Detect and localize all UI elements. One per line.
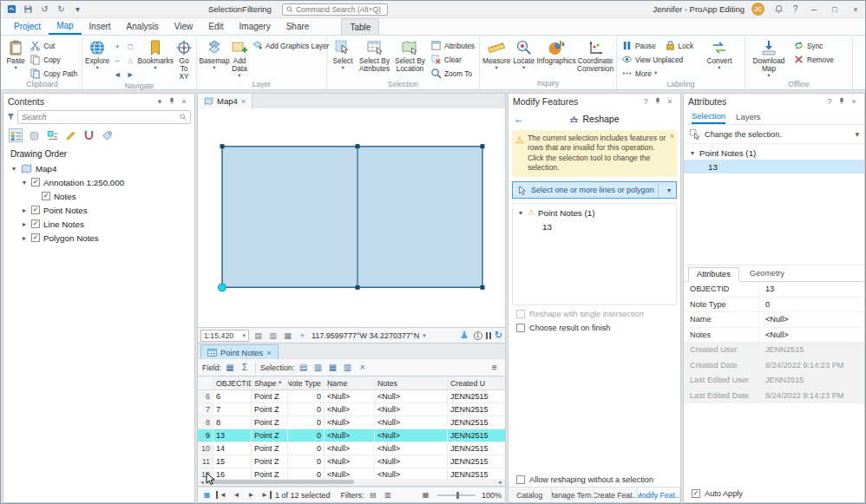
expand-icon[interactable]: ▾ bbox=[21, 179, 28, 187]
expand-icon[interactable]: ▾ bbox=[517, 209, 524, 217]
copy-button[interactable]: Copy bbox=[28, 53, 79, 66]
header-notes[interactable]: Notes bbox=[375, 376, 448, 389]
fixed-zoom-out-icon[interactable]: − bbox=[111, 54, 123, 67]
command-search-input[interactable] bbox=[296, 5, 384, 14]
tab-catalog[interactable]: Catalog bbox=[508, 488, 552, 502]
close-tab-icon[interactable]: × bbox=[241, 96, 246, 106]
command-search[interactable] bbox=[282, 3, 388, 16]
last-record-icon[interactable]: ► bbox=[260, 491, 272, 499]
bookmarks-button[interactable]: Bookmarks ▾ bbox=[138, 38, 173, 72]
tab-view[interactable]: View bbox=[167, 18, 201, 35]
subtab-geometry[interactable]: Geometry bbox=[741, 266, 793, 281]
scrollbar-thumb[interactable] bbox=[207, 480, 354, 484]
basemap-button[interactable]: Basemap ▾ bbox=[200, 38, 229, 72]
select-all-icon[interactable]: ▤ bbox=[298, 363, 310, 372]
table-row[interactable]: 10 14 Point Z 0 <Null> <Null> JENN2515 bbox=[198, 442, 505, 455]
table-row[interactable]: 8 8 Point Z 0 <Null> <Null> JENN2515 bbox=[198, 416, 505, 429]
copy-rows-icon[interactable]: ▥ bbox=[342, 363, 354, 372]
vertex-handle[interactable] bbox=[356, 285, 360, 290]
list-by-source-icon[interactable] bbox=[27, 128, 41, 142]
tab-share[interactable]: Share bbox=[279, 18, 318, 35]
previous-record-icon[interactable]: ◄ bbox=[231, 491, 242, 499]
tab-project[interactable]: Project bbox=[6, 18, 49, 35]
tab-create-features[interactable]: Create Feat... bbox=[594, 488, 638, 502]
pin-icon[interactable] bbox=[836, 97, 848, 106]
list-by-editing-icon[interactable] bbox=[63, 128, 77, 142]
checkbox-unchecked[interactable] bbox=[516, 475, 525, 484]
convert-labels-button[interactable]: Convert ▾ bbox=[705, 38, 734, 72]
layer-checkbox[interactable]: ✓ bbox=[31, 233, 40, 242]
panel-menu-icon[interactable]: ▾ bbox=[154, 97, 166, 106]
signed-in-user[interactable]: Jennifer - ProApp Editing bbox=[653, 4, 745, 14]
header-name[interactable]: Name bbox=[325, 376, 375, 389]
table-view-tab[interactable]: Point Notes × bbox=[200, 344, 279, 359]
select-button[interactable]: Select ▾ bbox=[330, 38, 356, 72]
table-row[interactable]: 12 16 Point Z 0 <Null> <Null> JENN2515 bbox=[198, 468, 505, 479]
contents-search[interactable] bbox=[17, 110, 191, 124]
expand-icon[interactable]: ▸ bbox=[21, 206, 28, 214]
selection-grid-icon[interactable]: ▤ bbox=[253, 331, 264, 340]
auto-apply-option[interactable]: ✓ Auto Apply bbox=[684, 485, 864, 502]
field-row-note-type[interactable]: Note Type 0 bbox=[684, 298, 864, 313]
close-panel-icon[interactable]: × bbox=[848, 97, 860, 106]
table-row[interactable]: 7 7 Point Z 0 <Null> <Null> JENN2515 bbox=[198, 403, 505, 416]
qat-dropdown-icon[interactable]: ▾ bbox=[70, 3, 85, 16]
table-zoom-slider[interactable] bbox=[437, 494, 476, 496]
chevron-down-icon[interactable]: ▾ bbox=[662, 187, 676, 194]
select-by-location-button[interactable]: Select By Location bbox=[393, 38, 427, 74]
field-row-name[interactable]: Name <Null> bbox=[684, 312, 864, 328]
help-icon[interactable]: ? bbox=[788, 3, 803, 16]
tree-item-feature-13-selected[interactable]: 13 bbox=[684, 160, 864, 173]
checkbox-unchecked[interactable] bbox=[516, 324, 525, 332]
clear-selection-button[interactable]: Clear bbox=[429, 53, 476, 66]
coordinate-conversion-button[interactable]: Coordinate Conversion bbox=[577, 38, 613, 74]
tree-item-line-notes[interactable]: ▸ ✓ Line Notes bbox=[3, 217, 194, 231]
tab-imagery[interactable]: Imagery bbox=[232, 18, 279, 35]
thumbnail-view-icon[interactable]: ▦ bbox=[420, 491, 431, 499]
table-horizontal-scrollbar[interactable]: ◄ ► bbox=[197, 479, 506, 487]
map-view-tab[interactable]: Map4 × bbox=[198, 94, 253, 108]
flask-icon[interactable] bbox=[459, 331, 470, 341]
layer-checkbox[interactable]: ✓ bbox=[42, 192, 50, 200]
attributes-button[interactable]: Attributes bbox=[429, 39, 476, 52]
delete-rows-icon[interactable]: × bbox=[357, 363, 369, 372]
save-icon[interactable] bbox=[21, 3, 36, 16]
layer-checkbox[interactable]: ✓ bbox=[31, 178, 40, 187]
avatar[interactable]: JC bbox=[751, 3, 764, 16]
remove-button[interactable]: Remove bbox=[791, 53, 836, 66]
switch-selection-icon[interactable]: ▥ bbox=[312, 363, 325, 372]
tree-item-polygon-notes[interactable]: ▸ ✓ Polygon Notes bbox=[3, 231, 194, 245]
help-icon[interactable]: ? bbox=[640, 97, 652, 106]
dismiss-warning-icon[interactable]: × bbox=[670, 132, 674, 142]
go-to-xy-button[interactable]: Go To XY bbox=[174, 38, 194, 82]
pin-icon[interactable] bbox=[652, 97, 664, 106]
list-by-selection-icon[interactable] bbox=[45, 128, 59, 142]
help-icon[interactable]: ? bbox=[823, 97, 836, 106]
undo-icon[interactable]: ↺ bbox=[37, 3, 52, 16]
tree-item-feature-13[interactable]: 13 bbox=[513, 219, 676, 233]
tree-item-point-notes[interactable]: ▸ ✓ Point Notes bbox=[3, 203, 194, 217]
tab-analysis[interactable]: Analysis bbox=[119, 18, 167, 35]
maximize-button[interactable]: □ bbox=[825, 1, 844, 17]
clear-selection-icon[interactable]: ▦ bbox=[327, 363, 339, 372]
slider-thumb[interactable] bbox=[456, 492, 459, 499]
table-row-selected[interactable]: 9 13 Point Z 0 <Null> <Null> JENN2515 bbox=[198, 429, 505, 442]
lock-labels-button[interactable]: Lock bbox=[663, 39, 696, 52]
table-row[interactable]: 6 6 Point Z 0 <Null> <Null> JENN2515 bbox=[198, 390, 505, 403]
field-row-objectid[interactable]: OBJECTID 13 bbox=[684, 282, 864, 298]
view-unplaced-button[interactable]: View Unplaced bbox=[620, 53, 703, 66]
download-map-button[interactable]: Download Map ▾ bbox=[748, 38, 790, 80]
field-row-notes[interactable]: Notes <Null> bbox=[684, 328, 864, 344]
filter-icon[interactable] bbox=[7, 113, 15, 122]
layer-checkbox[interactable]: ✓ bbox=[31, 219, 40, 228]
tab-modify-features[interactable]: Modify Feat... bbox=[638, 488, 681, 502]
layer-checkbox[interactable]: ✓ bbox=[31, 206, 40, 214]
map-scale-combo[interactable]: 1:15,420 ▾ bbox=[200, 330, 249, 342]
vertex-handle[interactable] bbox=[220, 144, 225, 148]
tab-table-contextual[interactable]: Table bbox=[341, 18, 379, 35]
vertex-handle[interactable] bbox=[481, 285, 485, 290]
map-coordinates[interactable]: 117.9599777°W 34.2270377°N bbox=[312, 331, 419, 340]
copy-path-button[interactable]: Copy Path bbox=[28, 67, 79, 80]
add-view-icon[interactable]: + bbox=[297, 331, 308, 340]
header-created-user[interactable]: Created U bbox=[448, 376, 505, 389]
